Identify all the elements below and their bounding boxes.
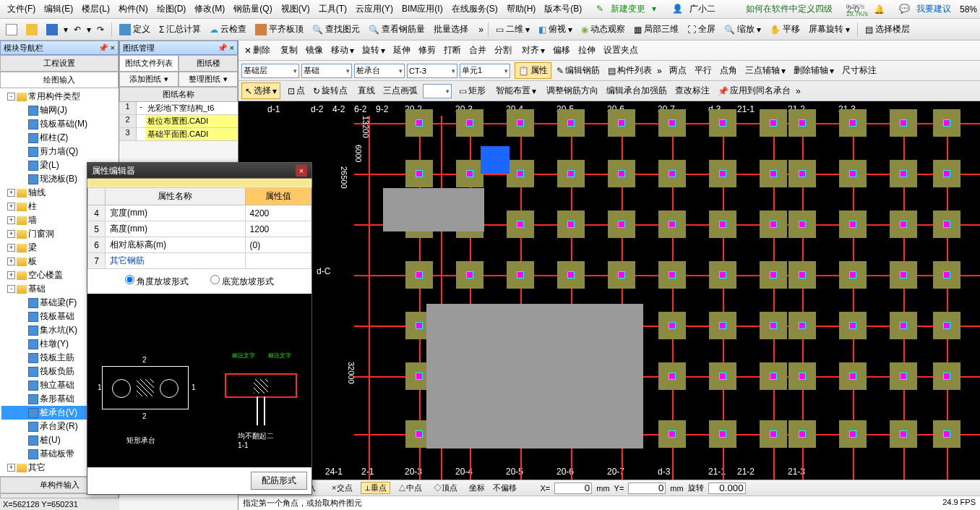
help-tip[interactable]: 如何在软件中定义四级 [742,3,837,15]
rotpt-button[interactable]: ↻旋转点 [310,83,351,98]
applysame-button[interactable]: 📌应用到同名承台 [715,83,794,98]
new-change-button[interactable]: ✎ 新建变更 ▾ [592,3,661,15]
rect-button[interactable]: ▭矩形 [456,83,489,98]
viewnote-button[interactable]: 查改标注 [672,83,713,98]
sum-calc-button[interactable]: Σ 汇总计算 [156,22,204,37]
break-button[interactable]: 打断 [441,43,464,58]
menu-bim[interactable]: BIM应用(I) [397,3,447,15]
offset-combo[interactable]: 不偏移 [493,483,536,493]
drawing-list[interactable]: 1-光彩地下室结构_t62桩位布置图.CADI3基础平面图.CADI [119,102,238,141]
drawtab-floors[interactable]: 图纸楼 [179,55,238,72]
threeaux-button[interactable]: 三点辅轴▾ [742,63,788,78]
local3d-button[interactable]: ▦局部三维 [631,22,682,37]
flat-top-button[interactable]: 平齐板顶 [252,22,306,37]
copy-button[interactable]: 复制 [278,43,301,58]
move-button[interactable]: 移动▾ [328,43,357,58]
merge-button[interactable]: 合并 [466,43,489,58]
editrein-button[interactable]: 编辑承台加强筋 [603,83,670,98]
tree-item[interactable]: -常用构件类型 [1,90,117,103]
type-combo[interactable]: 桩承台 [354,64,405,78]
intersect-button[interactable]: ×交点 [328,482,356,494]
layer-combo[interactable]: 基础层 [241,64,299,78]
dimlabel-button[interactable]: 尺寸标注 [839,63,880,78]
rebar-form-button[interactable]: 配筋形式 [251,472,307,490]
cat-combo[interactable]: 基础 [301,64,352,78]
find-elem-button[interactable]: 🔍查找图元 [309,22,363,37]
rotate-button[interactable]: 旋转▾ [359,43,388,58]
rot-input[interactable] [708,483,746,494]
x-input[interactable] [554,483,592,494]
suggest-button[interactable]: 💬 我要建议 [895,3,960,15]
drawing-row[interactable]: 2桩位布置图.CADI [119,115,238,128]
cloud-check-button[interactable]: ☁云检查 [207,22,249,37]
vertex-button[interactable]: ◇顶点 [430,482,461,494]
menu-modify[interactable]: 修改(M) [190,3,229,15]
props-button[interactable]: 📋属性 [515,62,551,79]
stretch-button[interactable]: 拉伸 [575,43,598,58]
property-title[interactable]: 属性编辑器 × [87,163,311,179]
property-row[interactable]: 5高度(mm)1200 [88,221,311,237]
property-row[interactable]: 6相对底标高(m)(0) [88,237,311,253]
delete-button[interactable]: ✕删除 [241,43,273,58]
arc3-button[interactable]: 三点画弧 [380,83,421,98]
drawing-row[interactable]: 3基础平面图.CADI [119,128,238,141]
tree-item[interactable]: 剪力墙(Q) [1,145,117,158]
save-button[interactable] [43,22,61,37]
pin-icon[interactable]: 📌 × [218,43,234,53]
dynobs-button[interactable]: ◉动态观察 [578,22,628,37]
unit-combo[interactable]: 单元1 [460,64,510,78]
topview-button[interactable]: ◧俯视▾ [536,22,575,37]
selfloor-button[interactable]: ▤选择楼层 [862,22,913,37]
align-button[interactable]: 对齐▾ [519,43,548,58]
zoom-button[interactable]: 🔍缩放▾ [721,22,764,37]
perp-button[interactable]: ⊥垂点 [361,482,390,494]
smart-button[interactable]: 智能布置▾ [493,83,539,98]
ptangle-button[interactable]: 点角 [717,63,740,78]
tree-item[interactable]: 筏板基础(M) [1,117,117,131]
line-button[interactable]: 直线 [355,83,378,98]
radio-width[interactable]: 底宽放坡形式 [210,275,274,288]
pan-button[interactable]: ✋平移 [767,22,803,37]
redo-button[interactable]: ↷ [94,23,107,36]
menu-help[interactable]: 帮助(H) [502,3,541,15]
view-rebar-button[interactable]: 🔍查看钢筋量 [366,22,428,37]
menu-draw[interactable]: 绘图(D) [152,3,191,15]
menu-cloud[interactable]: 云应用(Y) [351,3,397,15]
nav-tab-settings[interactable]: 工程设置 [0,55,119,72]
tree-item[interactable]: 框柱(Z) [1,131,117,145]
offset-button[interactable]: 偏移 [550,43,573,58]
define-button[interactable]: 定义 [116,22,153,37]
mid-button[interactable]: △中点 [395,482,426,494]
radio-angle[interactable]: 角度放坡形式 [125,275,189,288]
menu-tools[interactable]: 工具(T) [314,3,351,15]
batch-select-button[interactable]: 批量选择 [431,22,471,37]
trim-button[interactable]: 修剪 [416,43,439,58]
menu-floor[interactable]: 楼层(L) [77,3,114,15]
select-button[interactable]: ↖选择▾ [241,82,280,99]
name-combo[interactable]: CT-3 [407,64,457,78]
drawtab-files[interactable]: 图纸文件列表 [119,55,179,72]
twopt-button[interactable]: 两点 [666,63,689,78]
view2d-button[interactable]: ▭二维▾ [493,22,533,37]
menu-rebar[interactable]: 钢筋量(Q) [229,3,276,15]
property-row[interactable]: 7其它钢筋 [88,253,311,269]
menu-edit[interactable]: 编辑(E) [40,3,77,15]
menu-online[interactable]: 在线服务(S) [447,3,502,15]
tree-item[interactable]: 轴网(J) [1,103,117,117]
fullscreen-button[interactable]: ⛶全屏 [684,22,718,37]
extend-button[interactable]: 延伸 [390,43,413,58]
screenrot-button[interactable]: 屏幕旋转▾ [806,22,853,37]
undo-button[interactable]: ↶ [71,23,84,36]
property-row[interactable]: 4宽度(mm)4200 [88,205,311,221]
menu-file[interactable]: 文件(F) [3,3,40,15]
adjdir-button[interactable]: 调整钢筋方向 [543,83,601,98]
editrebar-button[interactable]: ✎编辑钢筋 [554,63,603,78]
mirror-button[interactable]: 镜像 [303,43,326,58]
y-input[interactable] [628,483,666,494]
close-icon[interactable]: × [296,165,307,177]
delaux-button[interactable]: 删除辅轴▾ [791,63,837,78]
menu-view[interactable]: 视图(V) [277,3,314,15]
open-button[interactable] [23,22,40,37]
coord-button[interactable]: 坐标 [465,482,489,494]
drawing-row[interactable]: 1-光彩地下室结构_t6 [119,102,238,115]
